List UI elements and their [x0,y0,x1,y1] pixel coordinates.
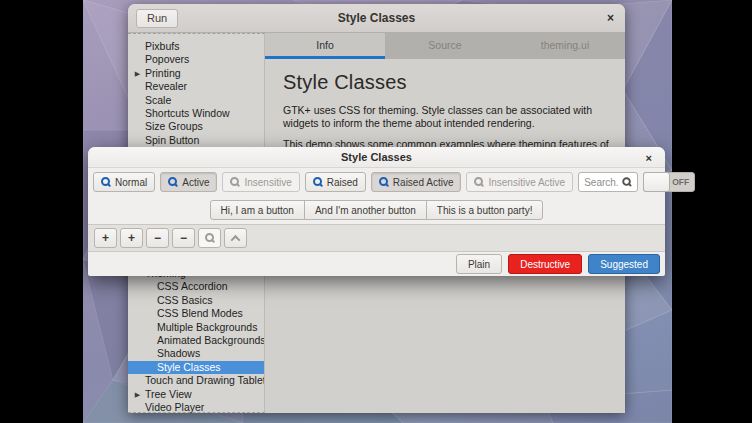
remove-button[interactable]: − [146,228,169,248]
sidebar-list-bottom: ▼Theming CSS Accordion CSS Basics CSS Bl… [128,267,264,414]
plus-icon: + [102,231,109,245]
switch-state-label: OFF [672,177,689,187]
sidebar-item-touch-and-drawing-tablets[interactable]: Touch and Drawing Tablets [128,374,264,387]
sidebar-item-animated-backgrounds[interactable]: Animated Backgrounds [128,334,264,347]
screen: Run Style Classes × Pixbufs Popovers ▶Pr… [0,0,752,423]
sidebar-item-label: Video Player [145,401,204,413]
magnifier-icon [379,177,389,187]
magnifier-icon [230,177,240,187]
sidebar-item-label: CSS Basics [157,294,212,306]
search-input[interactable] [584,177,618,188]
active-button[interactable]: Active [160,172,217,192]
normal-button[interactable]: Normal [93,172,155,192]
close-icon[interactable]: × [646,151,652,165]
linked-buttons-row: Hi, I am a button And I'm another button… [88,196,665,224]
sidebar-item-label: Style Classes [157,361,221,373]
tab-info[interactable]: Info [265,33,385,59]
sidebar-item-label: Popovers [145,53,189,65]
sidebar-item-label: Pixbufs [145,40,179,52]
main-titlebar[interactable]: Run Style Classes × [128,4,625,33]
sidebar-item-label: CSS Accordion [157,280,228,292]
sidebar-item-label: Spin Button [145,134,199,146]
off-switch[interactable]: OFF [643,172,695,192]
raised-button[interactable]: Raised [305,172,366,192]
inline-toolbar: + + − − [88,224,665,252]
magnifier-icon [205,233,215,243]
sidebar-item-shadows[interactable]: Shadows [128,347,264,360]
search-field[interactable] [578,172,638,192]
insensitive-active-button: Insensitive Active [466,172,573,192]
button-label: Insensitive Active [488,177,565,188]
sidebar-item-label: Revealer [145,80,187,92]
linked-button-3[interactable]: This is a button party! [426,200,544,220]
search-toggle-button[interactable] [198,228,221,248]
sidebar-item-label: Size Groups [145,120,203,132]
suggested-button[interactable]: Suggested [588,254,660,274]
page-title: Style Classes [283,71,607,94]
sidebar-item-shortcuts-window[interactable]: Shortcuts Window [128,107,264,120]
tab-source[interactable]: Source [385,33,505,59]
sidebar-item-tree-view[interactable]: ▶Tree View [128,388,264,401]
button-label: Raised [327,177,358,188]
chevron-right-icon[interactable]: ▶ [133,67,142,80]
sidebar-item-label: Shortcuts Window [145,107,230,119]
magnifier-icon [313,177,323,187]
magnifier-icon [101,177,111,187]
add-button[interactable]: + [120,228,143,248]
dialog-title: Style Classes [88,151,665,163]
button-label: Raised Active [393,177,454,188]
sidebar-item-scale[interactable]: Scale [128,94,264,107]
chevron-up-icon [231,234,241,244]
sidebar-item-css-blend-modes[interactable]: CSS Blend Modes [128,307,264,320]
linked-button-2[interactable]: And I'm another button [304,200,427,220]
sidebar-item-popovers[interactable]: Popovers [128,53,264,66]
linked-button-group: Hi, I am a button And I'm another button… [210,200,544,220]
sidebar-item-label: Printing [145,67,181,79]
raised-active-button[interactable]: Raised Active [371,172,462,192]
sidebar-item-label: Animated Backgrounds [157,334,264,346]
notebook-tabbar: Info Source theming.ui [265,33,625,59]
search-icon [622,177,632,187]
collapse-button[interactable] [224,228,247,248]
sidebar-item-printing[interactable]: ▶Printing [128,67,264,80]
sidebar-item-label: Multiple Backgrounds [157,321,257,333]
sidebar-item-css-accordion[interactable]: CSS Accordion [128,280,264,293]
minus-icon: − [154,231,161,245]
plain-button[interactable]: Plain [456,254,502,274]
minus-icon: − [180,231,187,245]
style-classes-dialog: Style Classes × Normal Active Insensitiv… [88,147,665,276]
magnifier-icon [168,177,178,187]
main-window-title: Style Classes [128,11,625,25]
sidebar-item-label: Shadows [157,347,200,359]
sidebar-item-spin-button[interactable]: Spin Button [128,134,264,147]
sidebar-item-multiple-backgrounds[interactable]: Multiple Backgrounds [128,321,264,334]
dialog-titlebar[interactable]: Style Classes × [88,147,665,168]
button-label: Active [182,177,209,188]
tab-theming-ui[interactable]: theming.ui [505,33,625,59]
sidebar-item-video-player[interactable]: Video Player [128,401,264,414]
sidebar-item-label: CSS Blend Modes [157,307,243,319]
plus-icon: + [128,231,135,245]
remove-button[interactable]: − [172,228,195,248]
button-label: Insensitive [244,177,291,188]
insensitive-button: Insensitive [222,172,299,192]
close-icon[interactable]: × [607,11,614,25]
linked-button-1[interactable]: Hi, I am a button [210,200,305,220]
sidebar-item-label: Tree View [145,388,192,400]
sidebar-item-revealer[interactable]: Revealer [128,80,264,93]
sidebar-item-css-basics[interactable]: CSS Basics [128,294,264,307]
primary-toolbar: Normal Active Insensitive Raised Raised … [88,168,665,196]
button-label: Normal [115,177,147,188]
sidebar-item-style-classes[interactable]: Style Classes [128,361,264,374]
switch-knob[interactable] [643,172,670,192]
sidebar-item-label: Touch and Drawing Tablets [145,374,264,386]
destructive-button[interactable]: Destructive [508,254,582,274]
add-button[interactable]: + [94,228,117,248]
sidebar-item-pixbufs[interactable]: Pixbufs [128,40,264,53]
chevron-right-icon[interactable]: ▶ [133,388,142,401]
sidebar-list-top: Pixbufs Popovers ▶Printing Revealer Scal… [128,40,264,147]
sidebar-item-size-groups[interactable]: Size Groups [128,120,264,133]
sidebar-item-label: Scale [145,94,171,106]
magnifier-icon [474,177,484,187]
description-paragraph-1: GTK+ uses CSS for theming. Style classes… [283,104,619,131]
